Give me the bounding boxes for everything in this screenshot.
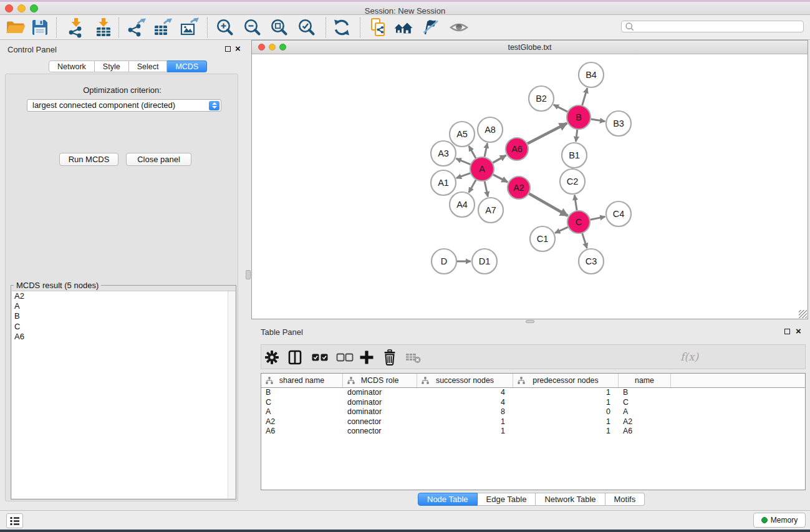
table-row[interactable]: Adominator80A	[261, 407, 805, 417]
node-C[interactable]: C	[567, 211, 590, 233]
zoom-selected-icon[interactable]	[296, 16, 318, 39]
node-B[interactable]: B	[567, 105, 591, 129]
tab-style[interactable]: Style	[95, 60, 129, 72]
delete-table-icon[interactable]	[404, 348, 423, 367]
table-cell[interactable]: 1	[513, 427, 619, 437]
table-cell[interactable]: 1	[513, 388, 619, 398]
deselect-all-icon[interactable]	[335, 348, 354, 367]
open-icon[interactable]	[4, 16, 27, 39]
search-input[interactable]	[635, 22, 803, 31]
node-A6[interactable]: A6	[506, 138, 528, 160]
dropdown-stepper-icon[interactable]	[209, 101, 219, 110]
eye-icon[interactable]	[448, 16, 470, 39]
table-cell[interactable]: A2	[619, 417, 671, 427]
table-cell[interactable]: 0	[513, 407, 619, 417]
close-panel-button[interactable]: Close panel	[126, 153, 191, 166]
save-icon[interactable]	[29, 16, 51, 39]
column-header-predecessor-nodes[interactable]: predecessor nodes	[513, 374, 619, 387]
node-D[interactable]: D	[432, 249, 456, 274]
table-cell[interactable]: C	[261, 398, 343, 408]
table-cell[interactable]: dominator	[343, 398, 417, 408]
node-A8[interactable]: A8	[478, 117, 503, 142]
table-row[interactable]: Cdominator41C	[261, 398, 805, 408]
export-image-icon[interactable]	[178, 16, 201, 39]
table-cell[interactable]: A	[261, 407, 343, 417]
import-network-icon[interactable]	[65, 16, 87, 39]
resize-grip-icon[interactable]	[799, 310, 807, 318]
node-D1[interactable]: D1	[472, 249, 497, 274]
close-panel-icon[interactable]: ×	[235, 46, 241, 52]
table-cell[interactable]: 1	[417, 427, 513, 437]
node-A3[interactable]: A3	[431, 141, 456, 166]
delete-column-icon[interactable]	[380, 348, 399, 367]
table-cell[interactable]: connector	[343, 417, 417, 427]
tab-mcds[interactable]: MCDS	[167, 60, 207, 72]
tab-network[interactable]: Network	[49, 60, 95, 72]
import-table-icon[interactable]	[92, 16, 115, 39]
node-A7[interactable]: A7	[478, 198, 503, 223]
mcds-result-item[interactable]: A2	[12, 291, 235, 301]
table-row[interactable]: Bdominator41B	[261, 388, 805, 398]
table-cell[interactable]: B	[261, 388, 343, 398]
settings-gear-icon[interactable]	[263, 348, 281, 367]
float-panel-icon[interactable]	[225, 46, 231, 52]
search-field[interactable]	[621, 21, 804, 32]
panel-splitter-handle[interactable]	[246, 270, 251, 279]
select-all-icon[interactable]	[311, 348, 329, 367]
list-scrollbar[interactable]	[228, 291, 235, 498]
export-network-icon[interactable]	[125, 16, 148, 39]
run-mcds-button[interactable]: Run MCDS	[59, 153, 118, 166]
tab-network-table[interactable]: Network Table	[536, 493, 605, 506]
clone-network-icon[interactable]	[367, 16, 390, 39]
node-A2[interactable]: A2	[508, 177, 530, 199]
table-cell[interactable]: dominator	[343, 388, 417, 398]
memory-button[interactable]: Memory	[753, 513, 806, 528]
mcds-result-item[interactable]: B	[12, 311, 235, 321]
node-B3[interactable]: B3	[606, 111, 631, 136]
table-cell[interactable]: 4	[417, 398, 513, 408]
mcds-result-list[interactable]: A2ABCA6	[12, 291, 235, 498]
mcds-result-item[interactable]: C	[12, 322, 235, 332]
node-B4[interactable]: B4	[579, 62, 604, 87]
node-A5[interactable]: A5	[450, 122, 475, 147]
node-B1[interactable]: B1	[562, 143, 587, 168]
table-cell[interactable]: A	[619, 407, 671, 417]
close-table-panel-icon[interactable]: ×	[796, 328, 801, 334]
float-table-panel-icon[interactable]	[784, 329, 790, 334]
zoom-in-icon[interactable]	[214, 16, 236, 39]
node-C2[interactable]: C2	[560, 169, 585, 194]
node-A1[interactable]: A1	[431, 170, 456, 195]
table-cell[interactable]: 1	[513, 417, 619, 427]
table-row[interactable]: A6connector11A6	[261, 427, 805, 437]
table-cell[interactable]: 8	[417, 407, 513, 417]
table-row[interactable]: A2connector11A2	[261, 417, 805, 427]
node-C4[interactable]: C4	[606, 201, 631, 226]
task-history-button[interactable]	[6, 513, 23, 528]
tab-select[interactable]: Select	[129, 60, 168, 72]
table-cell[interactable]: A6	[619, 427, 671, 437]
tab-node-table[interactable]: Node Table	[418, 493, 478, 506]
split-panel-icon[interactable]	[286, 348, 304, 367]
table-cell[interactable]: B	[619, 388, 671, 398]
table-cell[interactable]: 1	[417, 417, 513, 427]
table-cell[interactable]: dominator	[343, 407, 417, 417]
table-cell[interactable]: 1	[513, 398, 619, 408]
table-cell[interactable]: connector	[343, 427, 417, 437]
optimization-criterion-dropdown[interactable]: largest connected component (directed)	[27, 99, 221, 112]
column-header-MCDS-role[interactable]: MCDS role	[343, 374, 417, 387]
column-header-shared-name[interactable]: shared name	[261, 374, 343, 387]
table-cell[interactable]: A6	[261, 427, 343, 437]
zoom-fit-icon[interactable]	[268, 16, 291, 39]
node-A4[interactable]: A4	[450, 192, 475, 217]
network-canvas[interactable]: AA1A3A5A8A4A7A6A2BB1B2B3B4CC1C2C3C4DD1	[252, 54, 808, 319]
mcds-result-item[interactable]: A6	[12, 332, 235, 342]
node-A[interactable]: A	[470, 157, 494, 181]
tab-edge-table[interactable]: Edge Table	[478, 493, 536, 506]
column-header-name[interactable]: name	[619, 374, 671, 387]
zoom-out-icon[interactable]	[241, 16, 264, 39]
table-cell[interactable]: 4	[417, 388, 513, 398]
node-C3[interactable]: C3	[579, 249, 604, 274]
table-cell[interactable]: A2	[261, 417, 343, 427]
add-column-icon[interactable]	[357, 348, 376, 367]
export-table-icon[interactable]	[152, 16, 174, 39]
